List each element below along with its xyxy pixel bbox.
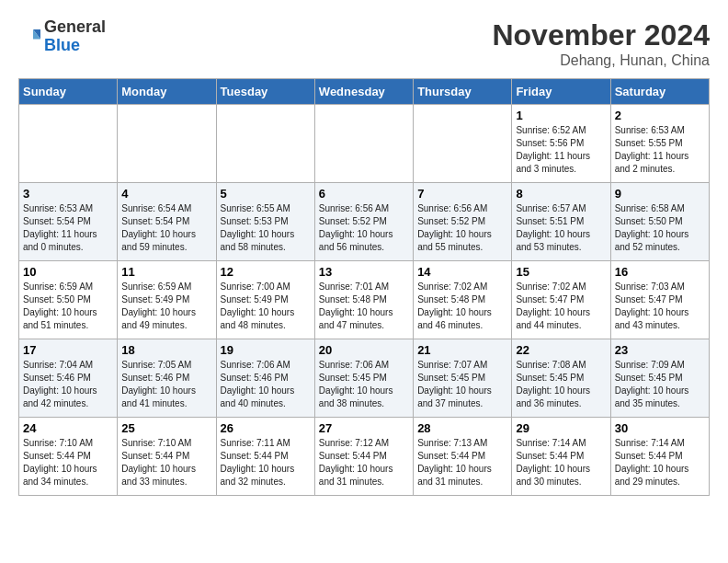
calendar-cell: 14Sunrise: 7:02 AM Sunset: 5:48 PM Dayli… bbox=[414, 261, 512, 339]
day-info: Sunrise: 7:11 AM Sunset: 5:44 PM Dayligh… bbox=[221, 437, 311, 488]
day-info: Sunrise: 6:52 AM Sunset: 5:56 PM Dayligh… bbox=[516, 124, 606, 176]
day-info: Sunrise: 7:09 AM Sunset: 5:45 PM Dayligh… bbox=[615, 359, 705, 410]
day-info: Sunrise: 7:14 AM Sunset: 5:44 PM Dayligh… bbox=[516, 437, 606, 488]
day-number: 29 bbox=[516, 421, 606, 435]
day-number: 4 bbox=[121, 187, 211, 201]
calendar-cell: 24Sunrise: 7:10 AM Sunset: 5:44 PM Dayli… bbox=[19, 418, 118, 496]
day-number: 26 bbox=[221, 421, 311, 435]
calendar-cell: 11Sunrise: 6:59 AM Sunset: 5:49 PM Dayli… bbox=[118, 261, 216, 339]
calendar-cell: 9Sunrise: 6:58 AM Sunset: 5:50 PM Daylig… bbox=[610, 183, 709, 261]
day-info: Sunrise: 7:10 AM Sunset: 5:44 PM Dayligh… bbox=[121, 437, 211, 488]
day-info: Sunrise: 6:56 AM Sunset: 5:52 PM Dayligh… bbox=[319, 202, 409, 254]
calendar-cell: 8Sunrise: 6:57 AM Sunset: 5:51 PM Daylig… bbox=[512, 183, 610, 261]
calendar-cell: 7Sunrise: 6:56 AM Sunset: 5:52 PM Daylig… bbox=[414, 183, 512, 261]
day-info: Sunrise: 6:59 AM Sunset: 5:49 PM Dayligh… bbox=[121, 281, 211, 332]
day-info: Sunrise: 7:04 AM Sunset: 5:46 PM Dayligh… bbox=[23, 359, 113, 410]
day-number: 3 bbox=[23, 187, 113, 201]
day-number: 14 bbox=[417, 265, 507, 279]
calendar-cell: 12Sunrise: 7:00 AM Sunset: 5:49 PM Dayli… bbox=[216, 261, 314, 339]
calendar-cell: 17Sunrise: 7:04 AM Sunset: 5:46 PM Dayli… bbox=[19, 339, 118, 418]
day-number: 24 bbox=[23, 421, 113, 435]
day-number: 10 bbox=[23, 265, 113, 279]
calendar-cell: 21Sunrise: 7:07 AM Sunset: 5:45 PM Dayli… bbox=[414, 339, 512, 418]
day-info: Sunrise: 7:13 AM Sunset: 5:44 PM Dayligh… bbox=[417, 437, 507, 488]
logo: General Blue bbox=[18, 18, 106, 55]
day-info: Sunrise: 7:02 AM Sunset: 5:48 PM Dayligh… bbox=[417, 281, 507, 332]
calendar-week-row: 1Sunrise: 6:52 AM Sunset: 5:56 PM Daylig… bbox=[19, 105, 710, 183]
day-info: Sunrise: 7:12 AM Sunset: 5:44 PM Dayligh… bbox=[319, 437, 409, 488]
month-title: November 2024 bbox=[492, 18, 710, 52]
calendar-cell: 26Sunrise: 7:11 AM Sunset: 5:44 PM Dayli… bbox=[216, 418, 314, 496]
calendar-cell: 28Sunrise: 7:13 AM Sunset: 5:44 PM Dayli… bbox=[414, 418, 512, 496]
day-number: 22 bbox=[516, 343, 606, 357]
day-info: Sunrise: 7:14 AM Sunset: 5:44 PM Dayligh… bbox=[615, 437, 705, 488]
calendar-cell: 22Sunrise: 7:08 AM Sunset: 5:45 PM Dayli… bbox=[512, 339, 610, 418]
day-info: Sunrise: 7:05 AM Sunset: 5:46 PM Dayligh… bbox=[121, 359, 211, 410]
calendar-cell bbox=[216, 105, 314, 183]
calendar-cell: 29Sunrise: 7:14 AM Sunset: 5:44 PM Dayli… bbox=[512, 418, 610, 496]
day-info: Sunrise: 6:55 AM Sunset: 5:53 PM Dayligh… bbox=[221, 202, 311, 254]
day-number: 20 bbox=[319, 343, 409, 357]
day-info: Sunrise: 7:07 AM Sunset: 5:45 PM Dayligh… bbox=[417, 359, 507, 410]
day-number: 17 bbox=[23, 343, 113, 357]
day-number: 8 bbox=[516, 187, 606, 201]
day-number: 2 bbox=[615, 109, 705, 122]
title-block: November 2024 Dehang, Hunan, China bbox=[492, 18, 710, 69]
day-info: Sunrise: 7:00 AM Sunset: 5:49 PM Dayligh… bbox=[221, 281, 311, 332]
calendar-week-row: 10Sunrise: 6:59 AM Sunset: 5:50 PM Dayli… bbox=[19, 261, 710, 339]
day-number: 11 bbox=[121, 265, 211, 279]
calendar-week-row: 17Sunrise: 7:04 AM Sunset: 5:46 PM Dayli… bbox=[19, 339, 710, 418]
day-info: Sunrise: 6:57 AM Sunset: 5:51 PM Dayligh… bbox=[516, 202, 606, 254]
calendar-cell: 27Sunrise: 7:12 AM Sunset: 5:44 PM Dayli… bbox=[314, 418, 413, 496]
calendar-cell: 13Sunrise: 7:01 AM Sunset: 5:48 PM Dayli… bbox=[314, 261, 413, 339]
day-of-week-header: Monday bbox=[118, 79, 216, 105]
calendar-cell bbox=[118, 105, 216, 183]
calendar-cell: 10Sunrise: 6:59 AM Sunset: 5:50 PM Dayli… bbox=[19, 261, 118, 339]
day-of-week-header: Friday bbox=[512, 79, 610, 105]
day-info: Sunrise: 7:01 AM Sunset: 5:48 PM Dayligh… bbox=[319, 281, 409, 332]
day-number: 12 bbox=[221, 265, 311, 279]
day-info: Sunrise: 6:53 AM Sunset: 5:54 PM Dayligh… bbox=[23, 202, 113, 254]
day-number: 27 bbox=[319, 421, 409, 435]
day-info: Sunrise: 6:53 AM Sunset: 5:55 PM Dayligh… bbox=[615, 124, 705, 176]
calendar-cell: 18Sunrise: 7:05 AM Sunset: 5:46 PM Dayli… bbox=[118, 339, 216, 418]
day-number: 21 bbox=[417, 343, 507, 357]
logo-icon bbox=[18, 26, 40, 48]
calendar-cell: 15Sunrise: 7:02 AM Sunset: 5:47 PM Dayli… bbox=[512, 261, 610, 339]
calendar-cell: 23Sunrise: 7:09 AM Sunset: 5:45 PM Dayli… bbox=[610, 339, 709, 418]
day-number: 7 bbox=[417, 187, 507, 201]
page-header: General Blue November 2024 Dehang, Hunan… bbox=[18, 18, 710, 69]
day-number: 23 bbox=[615, 343, 705, 357]
day-info: Sunrise: 7:03 AM Sunset: 5:47 PM Dayligh… bbox=[615, 281, 705, 332]
day-info: Sunrise: 6:59 AM Sunset: 5:50 PM Dayligh… bbox=[23, 281, 113, 332]
calendar-table: SundayMondayTuesdayWednesdayThursdayFrid… bbox=[18, 78, 710, 496]
calendar-cell: 6Sunrise: 6:56 AM Sunset: 5:52 PM Daylig… bbox=[314, 183, 413, 261]
calendar-cell: 3Sunrise: 6:53 AM Sunset: 5:54 PM Daylig… bbox=[19, 183, 118, 261]
location: Dehang, Hunan, China bbox=[492, 52, 710, 69]
day-info: Sunrise: 7:06 AM Sunset: 5:46 PM Dayligh… bbox=[221, 359, 311, 410]
day-number: 1 bbox=[516, 109, 606, 122]
calendar-cell: 19Sunrise: 7:06 AM Sunset: 5:46 PM Dayli… bbox=[216, 339, 314, 418]
day-info: Sunrise: 6:56 AM Sunset: 5:52 PM Dayligh… bbox=[417, 202, 507, 254]
day-info: Sunrise: 7:10 AM Sunset: 5:44 PM Dayligh… bbox=[23, 437, 113, 488]
calendar-cell: 20Sunrise: 7:06 AM Sunset: 5:45 PM Dayli… bbox=[314, 339, 413, 418]
day-number: 5 bbox=[221, 187, 311, 201]
calendar-week-row: 24Sunrise: 7:10 AM Sunset: 5:44 PM Dayli… bbox=[19, 418, 710, 496]
day-number: 6 bbox=[319, 187, 409, 201]
day-number: 9 bbox=[615, 187, 705, 201]
day-of-week-header: Sunday bbox=[19, 79, 118, 105]
logo-text: General Blue bbox=[44, 18, 106, 55]
day-info: Sunrise: 7:06 AM Sunset: 5:45 PM Dayligh… bbox=[319, 359, 409, 410]
calendar-cell: 2Sunrise: 6:53 AM Sunset: 5:55 PM Daylig… bbox=[610, 105, 709, 183]
day-info: Sunrise: 6:54 AM Sunset: 5:54 PM Dayligh… bbox=[121, 202, 211, 254]
day-info: Sunrise: 7:08 AM Sunset: 5:45 PM Dayligh… bbox=[516, 359, 606, 410]
calendar-week-row: 3Sunrise: 6:53 AM Sunset: 5:54 PM Daylig… bbox=[19, 183, 710, 261]
day-info: Sunrise: 7:02 AM Sunset: 5:47 PM Dayligh… bbox=[516, 281, 606, 332]
day-info: Sunrise: 6:58 AM Sunset: 5:50 PM Dayligh… bbox=[615, 202, 705, 254]
calendar-cell: 30Sunrise: 7:14 AM Sunset: 5:44 PM Dayli… bbox=[610, 418, 709, 496]
day-number: 28 bbox=[417, 421, 507, 435]
day-of-week-header: Thursday bbox=[414, 79, 512, 105]
day-number: 16 bbox=[615, 265, 705, 279]
calendar-cell: 5Sunrise: 6:55 AM Sunset: 5:53 PM Daylig… bbox=[216, 183, 314, 261]
day-of-week-header: Saturday bbox=[610, 79, 709, 105]
